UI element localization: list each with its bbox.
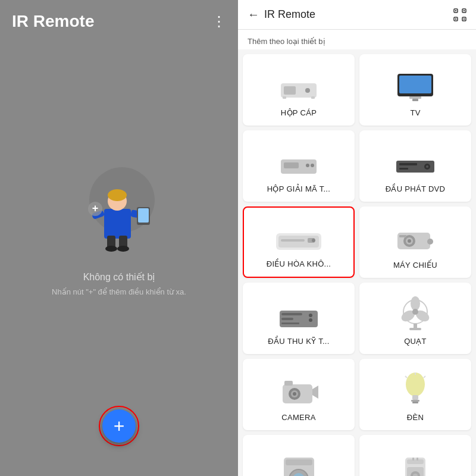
svg-rect-32 — [284, 162, 299, 168]
svg-rect-84 — [416, 458, 418, 461]
svg-rect-29 — [409, 96, 421, 99]
may-chieu-icon — [394, 228, 436, 255]
camera-label: CAMERA — [281, 413, 315, 422]
svg-rect-36 — [399, 163, 417, 165]
svg-rect-39 — [399, 168, 408, 170]
quat-label: QUẠT — [404, 337, 427, 346]
svg-point-34 — [311, 164, 314, 167]
tv-label: TV — [410, 108, 420, 117]
right-title: IR Remote — [264, 8, 315, 21]
svg-rect-55 — [281, 318, 293, 320]
hop-giai-ma-label: HỘP GIẢI MÃ T... — [267, 184, 330, 193]
svg-point-67 — [293, 392, 296, 396]
device-binh-nong-lanh[interactable] — [359, 435, 471, 476]
fab-highlight: + — [99, 406, 139, 446]
svg-rect-42 — [281, 239, 305, 242]
svg-rect-21 — [464, 18, 465, 20]
add-device-button[interactable]: + — [102, 409, 136, 443]
svg-point-24 — [305, 88, 310, 93]
svg-rect-46 — [427, 239, 433, 245]
device-dieu-hoa[interactable]: ĐIỀU HÒA KHÔ... — [243, 206, 355, 278]
svg-rect-77 — [286, 459, 312, 465]
svg-rect-28 — [399, 76, 431, 93]
device-may-chieu[interactable]: MÁY CHIẾU — [359, 206, 471, 278]
no-device-sub: Nhấn nút "+" để thêm điều khiển từ xa. — [52, 287, 186, 296]
camera-icon — [280, 377, 318, 407]
svg-rect-30 — [412, 99, 418, 101]
svg-point-53 — [309, 314, 312, 317]
svg-rect-7 — [138, 208, 149, 223]
device-type-label: Thêm theo loại thiết bị — [238, 30, 476, 49]
svg-rect-19 — [464, 10, 465, 11]
svg-rect-23 — [284, 86, 296, 95]
left-panel: IR Remote ⋮ — [0, 0, 238, 476]
svg-rect-26 — [311, 96, 315, 99]
svg-line-75 — [424, 376, 425, 378]
dieu-hoa-icon — [275, 230, 322, 253]
device-tv[interactable]: TV — [359, 54, 471, 126]
svg-rect-18 — [455, 10, 456, 11]
more-icon[interactable]: ⋮ — [212, 13, 226, 30]
hop-giai-ma-icon — [278, 155, 320, 178]
right-header-left: ← IR Remote — [248, 8, 315, 21]
svg-rect-68 — [284, 381, 293, 386]
den-label: ĐÈN — [407, 413, 424, 422]
binh-nong-lanh-icon — [400, 456, 430, 476]
svg-rect-25 — [283, 96, 286, 99]
svg-point-11 — [117, 246, 129, 252]
hop-cap-icon — [278, 79, 320, 102]
dau-phat-dvd-label: ĐẦU PHÁT DVD — [386, 184, 445, 193]
back-button[interactable]: ← — [248, 8, 259, 21]
tv-icon — [394, 73, 436, 102]
device-hop-cap[interactable]: HỘP CÁP — [243, 54, 355, 126]
device-camera[interactable]: CAMERA — [243, 359, 355, 430]
svg-rect-20 — [455, 18, 456, 20]
plus-icon: + — [114, 416, 125, 436]
dieu-hoa-label: ĐIỀU HÒA KHÔ... — [267, 259, 331, 268]
right-panel: ← IR Remote Thêm theo loại thiết bị — [238, 0, 476, 476]
device-den[interactable]: ĐÈN — [359, 359, 471, 430]
hop-cap-label: HỘP CÁP — [281, 108, 317, 117]
svg-point-61 — [412, 309, 418, 315]
den-icon — [400, 371, 430, 407]
svg-rect-52 — [281, 313, 302, 315]
svg-rect-70 — [412, 395, 418, 400]
device-may-giat[interactable] — [243, 435, 355, 476]
svg-text:+: + — [92, 202, 99, 214]
no-device-text: Không có thiết bị — [83, 271, 155, 283]
device-quat[interactable]: QUẠT — [359, 283, 471, 354]
svg-rect-83 — [412, 458, 414, 461]
svg-point-38 — [426, 165, 428, 168]
right-header: ← IR Remote — [238, 0, 476, 30]
device-dau-phat-dvd[interactable]: ĐẦU PHÁT DVD — [359, 130, 471, 202]
device-dau-thu[interactable]: ĐẦU THU KỸ T... — [243, 283, 355, 354]
dau-phat-dvd-icon — [394, 155, 436, 178]
device-grid: HỘP CÁP TV HỘP GIẢI MÃ T... — [243, 54, 471, 476]
left-content: + Không có thiết bị Nhấn nút "+" để thêm… — [12, 43, 226, 406]
may-chieu-label: MÁY CHIẾU — [393, 261, 437, 270]
svg-rect-63 — [409, 328, 421, 330]
svg-point-3 — [108, 189, 127, 201]
svg-rect-1 — [104, 209, 131, 239]
svg-point-33 — [306, 164, 309, 167]
svg-point-54 — [309, 318, 312, 322]
may-giat-icon — [283, 456, 315, 476]
left-title: IR Remote — [12, 12, 94, 31]
dau-thu-label: ĐẦU THU KỸ T... — [268, 337, 329, 346]
fab-container: + — [12, 406, 226, 446]
scan-icon[interactable] — [453, 8, 466, 21]
svg-point-44 — [312, 239, 315, 242]
person-illustration: + — [65, 152, 173, 259]
svg-rect-72 — [412, 402, 418, 403]
svg-rect-50 — [399, 235, 406, 237]
svg-point-69 — [406, 372, 425, 396]
dau-thu-icon — [278, 307, 320, 331]
svg-rect-71 — [411, 400, 419, 402]
device-hop-giai-ma[interactable]: HỘP GIẢI MÃ T... — [243, 130, 355, 202]
device-grid-container: HỘP CÁP TV HỘP GIẢI MÃ T... — [238, 49, 476, 476]
svg-point-58 — [411, 296, 420, 311]
svg-point-10 — [105, 246, 117, 252]
svg-point-49 — [408, 239, 411, 243]
svg-line-74 — [405, 376, 407, 378]
svg-rect-56 — [281, 322, 299, 324]
